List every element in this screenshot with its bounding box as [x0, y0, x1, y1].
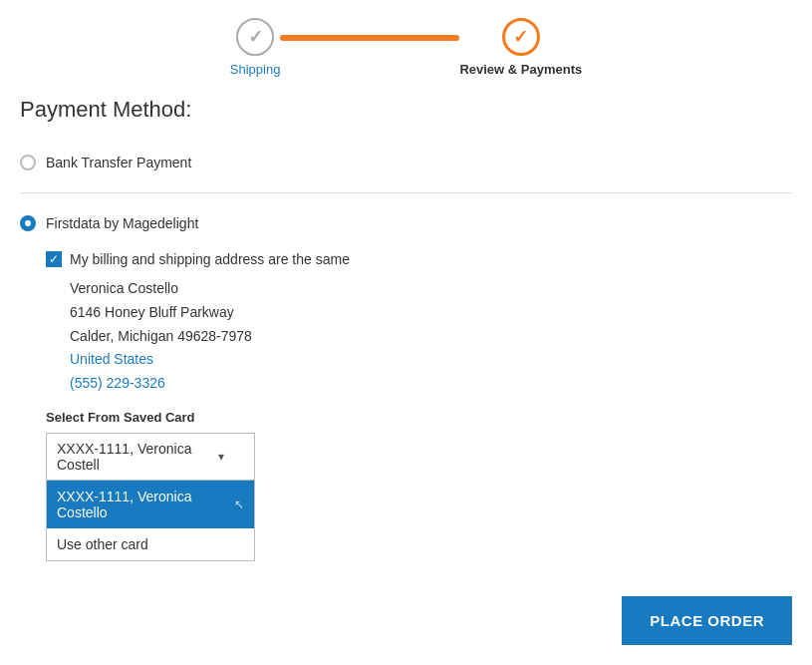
- chevron-down-icon: ▾: [218, 450, 224, 464]
- saved-card-dropdown[interactable]: XXXX-1111, Veronica Costello ↖ Use other…: [46, 481, 255, 561]
- shipping-label: Shipping: [230, 62, 281, 77]
- step-review: ✓ Review & Payments: [459, 18, 582, 77]
- bank-transfer-option[interactable]: Bank Transfer Payment: [20, 145, 792, 180]
- main-content: Payment Method: Bank Transfer Payment Fi…: [0, 87, 812, 600]
- saved-card-selected-text: XXXX-1111, Veronica Costell: [57, 441, 218, 473]
- dropdown-item-other[interactable]: Use other card: [47, 528, 254, 560]
- saved-card-select-display[interactable]: XXXX-1111, Veronica Costell ▾: [46, 433, 255, 481]
- address-phone: (555) 229-3326: [70, 372, 792, 396]
- review-label: Review & Payments: [459, 62, 582, 77]
- review-circle: ✓: [502, 18, 540, 56]
- firstdata-radio[interactable]: [20, 215, 36, 231]
- billing-same-checkbox[interactable]: ✓: [46, 251, 62, 267]
- checkbox-check-icon: ✓: [49, 253, 59, 265]
- step-shipping: ✓ Shipping: [230, 18, 281, 77]
- firstdata-label: Firstdata by Magedelight: [46, 215, 198, 231]
- address-street: 6146 Honey Bluff Parkway: [70, 301, 792, 325]
- payment-method-title: Payment Method:: [20, 97, 792, 123]
- billing-same-row[interactable]: ✓ My billing and shipping address are th…: [46, 251, 792, 267]
- progress-line-filled: [280, 35, 459, 41]
- bank-transfer-radio[interactable]: [20, 155, 36, 170]
- shipping-circle: ✓: [236, 18, 274, 56]
- dropdown-item-xxxx[interactable]: XXXX-1111, Veronica Costello ↖: [47, 481, 254, 528]
- address-name: Veronica Costello: [70, 277, 792, 301]
- saved-card-label: Select From Saved Card: [46, 410, 792, 425]
- address-city-state-zip: Calder, Michigan 49628-7978: [70, 325, 792, 349]
- shipping-check-icon: ✓: [248, 26, 263, 48]
- review-check-icon: ✓: [513, 26, 528, 48]
- billing-same-label: My billing and shipping address are the …: [70, 251, 350, 267]
- saved-card-select-wrapper[interactable]: XXXX-1111, Veronica Costell ▾ XXXX-1111,…: [46, 433, 255, 481]
- place-order-button[interactable]: PLACE ORDER: [622, 596, 792, 645]
- address-block: Veronica Costello 6146 Honey Bluff Parkw…: [46, 277, 792, 396]
- dropdown-item-xxxx-label: XXXX-1111, Veronica Costello: [57, 489, 234, 520]
- progress-bar: ✓ Shipping ✓ Review & Payments: [0, 0, 812, 87]
- bank-transfer-label: Bank Transfer Payment: [46, 155, 191, 170]
- firstdata-option[interactable]: Firstdata by Magedelight: [20, 205, 792, 241]
- dropdown-item-other-label: Use other card: [57, 536, 148, 552]
- address-country: United States: [70, 348, 792, 372]
- firstdata-section: ✓ My billing and shipping address are th…: [20, 251, 792, 520]
- divider-1: [20, 192, 792, 193]
- cursor-icon: ↖: [234, 498, 244, 511]
